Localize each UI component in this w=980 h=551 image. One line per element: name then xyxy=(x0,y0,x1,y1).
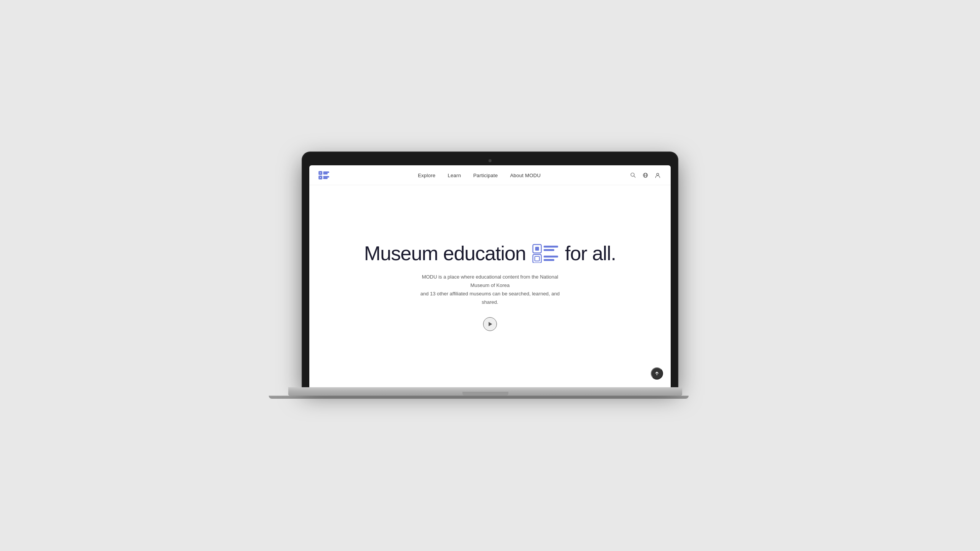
svg-rect-7 xyxy=(323,178,327,179)
svg-rect-3 xyxy=(323,173,327,174)
nav-item-learn[interactable]: Learn xyxy=(448,172,461,179)
hero-subtitle-line2: and 13 other affiliated museums can be s… xyxy=(420,291,560,305)
nav-item-participate[interactable]: Participate xyxy=(473,172,498,179)
play-icon xyxy=(488,322,493,326)
nav-link-about[interactable]: About MODU xyxy=(510,173,541,178)
laptop-foot xyxy=(269,396,689,399)
site-nav: Explore Learn Participate About MODU xyxy=(309,165,671,185)
nav-link-explore[interactable]: Explore xyxy=(418,173,436,178)
svg-point-13 xyxy=(657,173,659,175)
globe-icon[interactable] xyxy=(642,171,649,179)
nav-item-explore[interactable]: Explore xyxy=(418,172,436,179)
nav-logo[interactable] xyxy=(318,171,329,179)
nav-icons xyxy=(629,171,662,179)
hero-title: Museum education xyxy=(364,241,616,265)
laptop-frame: Explore Learn Participate About MODU xyxy=(302,152,678,399)
hero-subtitle-line1: MODU is a place where educational conten… xyxy=(422,274,558,288)
search-icon[interactable] xyxy=(629,171,637,179)
hero-subtitle: MODU is a place where educational conten… xyxy=(413,273,567,306)
svg-line-9 xyxy=(634,176,635,177)
laptop-screen-outer: Explore Learn Participate About MODU xyxy=(302,152,678,387)
svg-rect-2 xyxy=(323,172,329,173)
logo-icon xyxy=(318,171,329,179)
scroll-to-top-button[interactable] xyxy=(651,367,663,380)
laptop-screen-inner: Explore Learn Participate About MODU xyxy=(309,165,671,387)
nav-link-learn[interactable]: Learn xyxy=(448,173,461,178)
site-main: Museum education xyxy=(309,185,671,387)
svg-rect-6 xyxy=(323,176,329,177)
svg-rect-1 xyxy=(320,172,321,174)
svg-rect-17 xyxy=(544,249,554,251)
svg-rect-19 xyxy=(535,256,539,261)
user-icon[interactable] xyxy=(654,171,662,179)
svg-rect-16 xyxy=(544,246,558,248)
svg-rect-5 xyxy=(320,177,321,178)
laptop-camera xyxy=(488,159,492,162)
play-button[interactable] xyxy=(483,317,497,331)
hero-inline-logo xyxy=(532,244,559,263)
hero-title-suffix: for all. xyxy=(565,241,616,265)
svg-rect-15 xyxy=(535,247,539,251)
svg-rect-21 xyxy=(544,259,554,261)
svg-rect-20 xyxy=(544,256,558,258)
nav-item-about[interactable]: About MODU xyxy=(510,172,541,179)
laptop-base xyxy=(288,387,682,396)
hero-logo-svg xyxy=(532,244,559,263)
nav-links: Explore Learn Participate About MODU xyxy=(418,172,541,179)
arrow-up-icon xyxy=(654,371,660,376)
svg-rect-18 xyxy=(533,254,541,263)
nav-link-participate[interactable]: Participate xyxy=(473,173,498,178)
hero-title-prefix: Museum education xyxy=(364,241,526,265)
